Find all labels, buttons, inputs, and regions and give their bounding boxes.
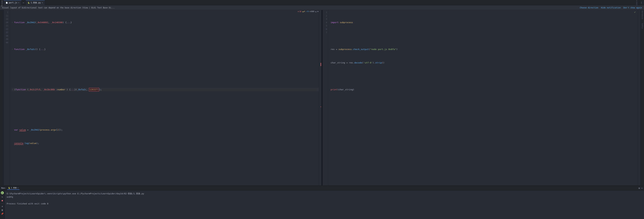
- pane-chevron-down[interactable]: ▼: [318, 11, 318, 13]
- scroll-icon[interactable]: ≡: [2, 205, 3, 207]
- hint-icon: ✓: [306, 11, 307, 13]
- right-code-line-4: char_string = res.decode('utf-8').strip(…: [331, 61, 638, 64]
- editor-panes: ⊘ 16 ▲ 4 ✓ 9 ≡ 889 ▲: [4, 10, 640, 185]
- run-panel-body: ▶ ↻ ■ ≡ 🗑 📌 E:\PycharmProjects\LearnSpid…: [0, 191, 644, 219]
- fold-1[interactable]: ▾: [12, 21, 14, 24]
- error-marker: [320, 107, 321, 107]
- fold-22[interactable]: ▾: [12, 88, 14, 91]
- learn-label[interactable]: Learn: [636, 0, 638, 5]
- run-output-line-4: Process finished with exit code 0: [7, 202, 642, 205]
- part-js-close[interactable]: ✕: [18, 2, 19, 4]
- fold-12[interactable]: ▾: [12, 48, 14, 51]
- rerun-icon[interactable]: ↻: [2, 196, 3, 198]
- run-button[interactable]: ▶: [1, 191, 4, 194]
- choose-direction-link[interactable]: Choose direction: [580, 7, 598, 9]
- right-code-line-5: [331, 75, 638, 78]
- notification-actions: Choose direction Hide notification Don't…: [580, 7, 642, 9]
- code-line-21: [12, 75, 319, 78]
- replace-py-icon: 🐍: [28, 2, 30, 4]
- error-badge: ⊘ 16: [298, 11, 302, 13]
- warning-icon: ▲: [302, 11, 304, 13]
- run-output-line-1: E:\PycharmProjects\LearnSpider\.venv\Scr…: [7, 192, 642, 195]
- settings-icon[interactable]: ⚙: [638, 187, 640, 189]
- right-pane-dots[interactable]: ⋮: [640, 1, 643, 4]
- code-line-12: ▾ function _0xfa2c() {...}: [12, 48, 319, 51]
- part-js-icon: 📄: [6, 2, 8, 4]
- right-sidebar: Database SoViw: [640, 10, 644, 185]
- code-line-37: [12, 101, 319, 105]
- code-line-40: console.log(value);: [12, 142, 319, 145]
- right-line-numbers: 1 2 3 4 5 6 7: [322, 10, 328, 185]
- run-output-line-2: ocDYq: [7, 195, 642, 199]
- run-panel-controls: ⚙ ─: [638, 187, 643, 189]
- code-line-20: [12, 61, 319, 64]
- left-editor-pane: ⊘ 16 ▲ 4 ✓ 9 ≡ 889 ▲: [4, 10, 322, 185]
- warning-badge: ▲ 4: [302, 11, 305, 13]
- right-code-line-2: [331, 34, 638, 38]
- left-scrollbar[interactable]: [319, 10, 322, 185]
- hint-badge: ✓ 9: [306, 11, 308, 13]
- project-sidebar-toggle[interactable]: Project: [0, 0, 4, 5]
- run-tab-1-replace[interactable]: 🐍 1.替换 ✕: [7, 186, 20, 190]
- left-tab-dots[interactable]: ⋯: [22, 0, 26, 5]
- run-tab-icon: 🐍: [8, 187, 10, 189]
- right-editor-pane: ✓ 1 2 3 4 5 6 7 import subprocess: [322, 10, 640, 185]
- right-code-line-7: [331, 101, 638, 105]
- right-code-line-1: import subprocess: [331, 21, 638, 24]
- code-line-1: ▾ function _0x2942(_0x548892, _0x146508)…: [12, 21, 319, 24]
- tab-bar: Project 📄 part.js ✕ ⋯ 🐍 1.替换.py ✕: [0, 0, 644, 5]
- right-code-content[interactable]: import subprocess res = subprocess.check…: [328, 10, 638, 185]
- replace-py-label: 1.替换.py: [31, 1, 41, 4]
- left-line-numbers: 1 11 12 20 21 22 37 38 39 40: [4, 10, 10, 185]
- pin-icon[interactable]: 📌: [1, 213, 4, 215]
- scrollbar-marker: [320, 63, 321, 66]
- code-line-22: ▾ (function (_0x2c2fc5, _0x1bc86b :numbe…: [12, 88, 319, 91]
- right-code-line-6: print(char_string): [331, 88, 638, 91]
- run-panel: Run: 🐍 1.替换 ✕ ⚙ ─ ▶ ↻ ■ ≡ 🗑 📌: [0, 185, 644, 219]
- run-label: Run:: [1, 187, 6, 189]
- lines-icon: ≡: [310, 11, 311, 13]
- dont-show-again-link[interactable]: Don't show again: [624, 7, 642, 9]
- left-sidebar: [0, 10, 4, 185]
- left-tab-group: 📄 part.js ✕ ⋯: [4, 0, 26, 5]
- notification-bar: Visual layout of bidirectional text can …: [0, 5, 644, 10]
- run-tab-close[interactable]: ✕: [18, 187, 18, 189]
- tab-1-replace-py[interactable]: 🐍 1.替换.py ✕: [26, 0, 45, 5]
- hide-notification-link[interactable]: Hide notification: [601, 7, 621, 9]
- right-code-area[interactable]: 1 2 3 4 5 6 7 import subprocess: [322, 10, 640, 185]
- pane-chevron-up[interactable]: ▲: [316, 11, 316, 13]
- notification-text: Visual layout of bidirectional text can …: [2, 7, 580, 9]
- code-line-38: [12, 115, 319, 118]
- database-label[interactable]: Database: [642, 11, 643, 19]
- left-code-content[interactable]: ▾ function _0x2942(_0x548892, _0x146508)…: [10, 10, 319, 185]
- right-tab-group: 🐍 1.替换.py ✕: [26, 0, 45, 5]
- error-icon: ⊘: [298, 11, 299, 13]
- replace-py-close[interactable]: ✕: [42, 2, 43, 4]
- trash-icon[interactable]: 🗑: [1, 209, 3, 211]
- part-js-label: part.js: [9, 2, 17, 4]
- run-sidebar: ▶ ↻ ■ ≡ 🗑 📌: [0, 191, 5, 219]
- right-scrollbar[interactable]: [638, 10, 640, 185]
- line-count-badge: ≡ 889: [310, 11, 314, 13]
- run-panel-header: Run: 🐍 1.替换 ✕ ⚙ ─: [0, 186, 644, 191]
- run-output-line-3: [7, 199, 642, 202]
- stop-icon[interactable]: ■: [2, 199, 3, 202]
- right-code-line-3: res = subprocess.check_output("node part…: [331, 48, 638, 51]
- bracket-highlight: 128337): [89, 88, 99, 91]
- soviw-label[interactable]: SoViw: [642, 23, 643, 29]
- code-line-39: var value = _0x2942(process.argv[2]);: [12, 128, 319, 132]
- project-label: Project: [1, 0, 3, 6]
- tab-part-js[interactable]: 📄 part.js ✕: [4, 0, 22, 5]
- minimize-icon[interactable]: ─: [641, 187, 643, 189]
- left-code-area[interactable]: 1 11 12 20 21 22 37 38 39 40 ▾: [4, 10, 322, 185]
- run-tab-label: 1.替换: [11, 187, 17, 189]
- code-line-11: [12, 34, 319, 38]
- checkmark: ✓: [634, 11, 636, 14]
- run-output[interactable]: E:\PycharmProjects\LearnSpider\.venv\Scr…: [5, 191, 644, 219]
